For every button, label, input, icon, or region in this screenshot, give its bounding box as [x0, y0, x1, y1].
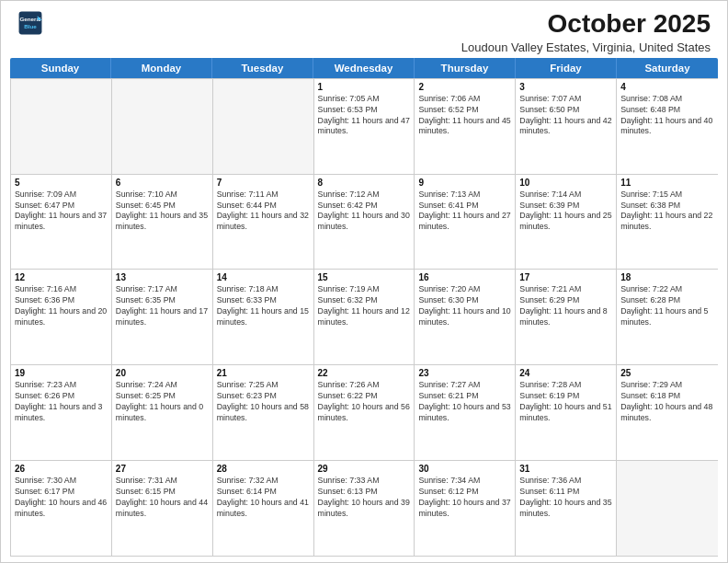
day-number: 29 — [318, 464, 411, 474]
cell-info: Sunrise: 7:25 AMSunset: 6:23 PMDaylight:… — [217, 380, 310, 424]
calendar-cell: 6Sunrise: 7:10 AMSunset: 6:45 PMDaylight… — [112, 175, 213, 270]
header: General Blue October 2025 Loudoun Valley… — [1, 1, 727, 58]
cell-info: Sunrise: 7:34 AMSunset: 6:12 PMDaylight:… — [418, 476, 511, 520]
day-number: 30 — [418, 464, 511, 474]
day-number: 16 — [418, 272, 511, 282]
calendar-cell: 9Sunrise: 7:13 AMSunset: 6:41 PMDaylight… — [415, 175, 516, 270]
day-number: 3 — [519, 82, 612, 92]
calendar-body: 1Sunrise: 7:05 AMSunset: 6:53 PMDaylight… — [10, 78, 718, 557]
calendar-row-3: 12Sunrise: 7:16 AMSunset: 6:36 PMDayligh… — [11, 269, 718, 364]
day-number: 20 — [116, 368, 209, 378]
cell-info: Sunrise: 7:36 AMSunset: 6:11 PMDaylight:… — [519, 476, 612, 520]
calendar-cell: 25Sunrise: 7:29 AMSunset: 6:18 PMDayligh… — [617, 365, 718, 460]
calendar-cell: 18Sunrise: 7:22 AMSunset: 6:28 PMDayligh… — [617, 270, 718, 364]
header-day-monday: Monday — [111, 58, 212, 78]
day-number: 1 — [318, 82, 411, 92]
cell-info: Sunrise: 7:23 AMSunset: 6:26 PMDaylight:… — [15, 380, 108, 424]
calendar-cell: 8Sunrise: 7:12 AMSunset: 6:42 PMDaylight… — [314, 175, 415, 270]
svg-text:Blue: Blue — [24, 23, 37, 29]
logo-icon: General Blue — [17, 10, 43, 36]
month-title: October 2025 — [461, 10, 711, 39]
day-number: 5 — [15, 178, 108, 188]
cell-info: Sunrise: 7:28 AMSunset: 6:19 PMDaylight:… — [519, 380, 612, 424]
cell-info: Sunrise: 7:15 AMSunset: 6:38 PMDaylight:… — [620, 190, 714, 234]
calendar-cell: 24Sunrise: 7:28 AMSunset: 6:19 PMDayligh… — [516, 365, 617, 460]
header-day-wednesday: Wednesday — [313, 58, 415, 78]
calendar-cell: 11Sunrise: 7:15 AMSunset: 6:38 PMDayligh… — [617, 175, 718, 270]
cell-info: Sunrise: 7:09 AMSunset: 6:47 PMDaylight:… — [15, 190, 108, 234]
day-number: 12 — [15, 272, 108, 282]
location-title: Loudoun Valley Estates, Virginia, United… — [461, 40, 711, 54]
day-number: 2 — [418, 82, 511, 92]
calendar-header: SundayMondayTuesdayWednesdayThursdayFrid… — [10, 58, 718, 78]
day-number: 15 — [318, 272, 411, 282]
calendar-cell: 1Sunrise: 7:05 AMSunset: 6:53 PMDaylight… — [314, 79, 415, 174]
cell-info: Sunrise: 7:19 AMSunset: 6:32 PMDaylight:… — [318, 284, 411, 328]
header-day-tuesday: Tuesday — [212, 58, 313, 78]
day-number: 27 — [116, 464, 209, 474]
cell-info: Sunrise: 7:06 AMSunset: 6:52 PMDaylight:… — [418, 94, 511, 138]
calendar-cell: 16Sunrise: 7:20 AMSunset: 6:30 PMDayligh… — [415, 270, 516, 364]
calendar-cell: 13Sunrise: 7:17 AMSunset: 6:35 PMDayligh… — [112, 270, 213, 364]
calendar-cell — [11, 79, 112, 174]
day-number: 26 — [15, 464, 108, 474]
day-number: 23 — [418, 368, 511, 378]
day-number: 10 — [519, 178, 612, 188]
cell-info: Sunrise: 7:30 AMSunset: 6:17 PMDaylight:… — [15, 476, 108, 520]
title-block: October 2025 Loudoun Valley Estates, Vir… — [461, 10, 711, 54]
cell-info: Sunrise: 7:22 AMSunset: 6:28 PMDaylight:… — [620, 284, 714, 328]
calendar-row-4: 19Sunrise: 7:23 AMSunset: 6:26 PMDayligh… — [11, 364, 718, 460]
header-day-friday: Friday — [516, 58, 617, 78]
cell-info: Sunrise: 7:08 AMSunset: 6:48 PMDaylight:… — [620, 94, 714, 138]
calendar-cell — [112, 79, 213, 174]
cell-info: Sunrise: 7:17 AMSunset: 6:35 PMDaylight:… — [116, 284, 209, 328]
calendar-cell — [617, 461, 718, 556]
calendar-cell: 14Sunrise: 7:18 AMSunset: 6:33 PMDayligh… — [213, 270, 314, 364]
cell-info: Sunrise: 7:05 AMSunset: 6:53 PMDaylight:… — [318, 94, 411, 138]
day-number: 17 — [519, 272, 612, 282]
day-number: 14 — [217, 272, 310, 282]
day-number: 19 — [15, 368, 108, 378]
calendar-cell: 3Sunrise: 7:07 AMSunset: 6:50 PMDaylight… — [516, 79, 617, 174]
header-day-thursday: Thursday — [415, 58, 516, 78]
cell-info: Sunrise: 7:07 AMSunset: 6:50 PMDaylight:… — [519, 94, 612, 138]
day-number: 9 — [418, 178, 511, 188]
cell-info: Sunrise: 7:14 AMSunset: 6:39 PMDaylight:… — [519, 190, 612, 234]
calendar-cell: 10Sunrise: 7:14 AMSunset: 6:39 PMDayligh… — [516, 175, 617, 270]
day-number: 25 — [620, 368, 714, 378]
calendar-cell: 21Sunrise: 7:25 AMSunset: 6:23 PMDayligh… — [213, 365, 314, 460]
calendar-cell: 20Sunrise: 7:24 AMSunset: 6:25 PMDayligh… — [112, 365, 213, 460]
cell-info: Sunrise: 7:24 AMSunset: 6:25 PMDaylight:… — [116, 380, 209, 424]
cell-info: Sunrise: 7:26 AMSunset: 6:22 PMDaylight:… — [318, 380, 411, 424]
cell-info: Sunrise: 7:18 AMSunset: 6:33 PMDaylight:… — [217, 284, 310, 328]
cell-info: Sunrise: 7:32 AMSunset: 6:14 PMDaylight:… — [217, 476, 310, 520]
calendar-row-1: 1Sunrise: 7:05 AMSunset: 6:53 PMDaylight… — [11, 78, 718, 174]
calendar-cell: 23Sunrise: 7:27 AMSunset: 6:21 PMDayligh… — [415, 365, 516, 460]
calendar-cell: 28Sunrise: 7:32 AMSunset: 6:14 PMDayligh… — [213, 461, 314, 556]
cell-info: Sunrise: 7:16 AMSunset: 6:36 PMDaylight:… — [15, 284, 108, 328]
calendar-page: General Blue October 2025 Loudoun Valley… — [0, 0, 728, 563]
day-number: 28 — [217, 464, 310, 474]
calendar: SundayMondayTuesdayWednesdayThursdayFrid… — [1, 58, 727, 562]
cell-info: Sunrise: 7:11 AMSunset: 6:44 PMDaylight:… — [217, 190, 310, 234]
day-number: 24 — [519, 368, 612, 378]
cell-info: Sunrise: 7:10 AMSunset: 6:45 PMDaylight:… — [116, 190, 209, 234]
calendar-cell: 27Sunrise: 7:31 AMSunset: 6:15 PMDayligh… — [112, 461, 213, 556]
calendar-cell: 7Sunrise: 7:11 AMSunset: 6:44 PMDaylight… — [213, 175, 314, 270]
logo: General Blue — [17, 10, 43, 36]
day-number: 31 — [519, 464, 612, 474]
calendar-cell: 17Sunrise: 7:21 AMSunset: 6:29 PMDayligh… — [516, 270, 617, 364]
day-number: 22 — [318, 368, 411, 378]
cell-info: Sunrise: 7:27 AMSunset: 6:21 PMDaylight:… — [418, 380, 511, 424]
calendar-cell: 31Sunrise: 7:36 AMSunset: 6:11 PMDayligh… — [516, 461, 617, 556]
calendar-cell: 12Sunrise: 7:16 AMSunset: 6:36 PMDayligh… — [11, 270, 112, 364]
cell-info: Sunrise: 7:31 AMSunset: 6:15 PMDaylight:… — [116, 476, 209, 520]
day-number: 18 — [620, 272, 714, 282]
calendar-cell: 30Sunrise: 7:34 AMSunset: 6:12 PMDayligh… — [415, 461, 516, 556]
cell-info: Sunrise: 7:12 AMSunset: 6:42 PMDaylight:… — [318, 190, 411, 234]
calendar-cell — [213, 79, 314, 174]
cell-info: Sunrise: 7:21 AMSunset: 6:29 PMDaylight:… — [519, 284, 612, 328]
day-number: 7 — [217, 178, 310, 188]
cell-info: Sunrise: 7:20 AMSunset: 6:30 PMDaylight:… — [418, 284, 511, 328]
calendar-row-5: 26Sunrise: 7:30 AMSunset: 6:17 PMDayligh… — [11, 460, 718, 556]
